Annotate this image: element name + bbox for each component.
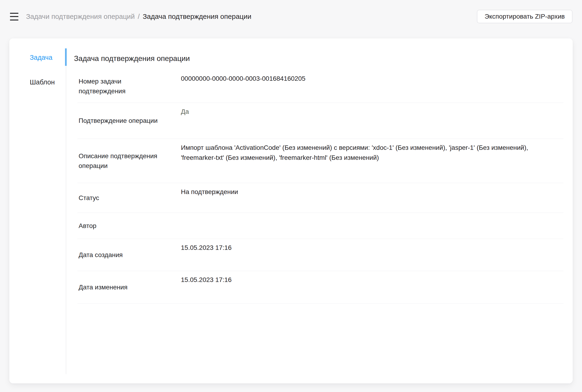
- field-value: 15.05.2023 17:16: [181, 239, 564, 271]
- tab-sidebar: Задача Шаблон: [9, 48, 66, 91]
- field-value: 15.05.2023 17:16: [181, 271, 564, 303]
- field-value: Да: [181, 103, 564, 139]
- field-value: Импорт шаблона 'ActivationCode' (Без изм…: [181, 139, 564, 183]
- hamburger-icon: [10, 16, 18, 17]
- field-row-task-number: Номер задачи подтверждения 00000000-0000…: [77, 70, 564, 103]
- task-card: Задача Шаблон Задача подтверждения опера…: [9, 38, 573, 384]
- field-row-confirmation: Подтверждение операции Да: [77, 103, 564, 139]
- field-label: Автор: [77, 221, 158, 231]
- field-row-created-date: Дата создания 15.05.2023 17:16: [77, 239, 564, 271]
- field-label: Номер задачи подтверждения: [77, 76, 158, 96]
- task-details-panel: Задача подтверждения операции Номер зада…: [74, 38, 564, 304]
- field-label: Дата изменения: [77, 282, 158, 292]
- field-label: Описание подтверждения операции: [77, 151, 158, 171]
- breadcrumb-current: Задача подтверждения операции: [143, 12, 251, 20]
- field-label: Подтверждение операции: [77, 116, 158, 126]
- menu-button[interactable]: [10, 13, 18, 20]
- field-value: [181, 213, 564, 239]
- field-value: 00000000-0000-0000-0003-001684160205: [181, 70, 564, 102]
- breadcrumb-separator: /: [138, 12, 139, 20]
- field-row-author: Автор: [77, 213, 564, 239]
- hamburger-icon: [10, 20, 18, 20]
- breadcrumb-parent[interactable]: Задачи подтверждения операций: [26, 12, 135, 20]
- sidebar-divider: [66, 48, 66, 374]
- field-row-description: Описание подтверждения операции Импорт ш…: [77, 139, 564, 183]
- tab-task[interactable]: Задача: [9, 48, 66, 66]
- field-list: Номер задачи подтверждения 00000000-0000…: [77, 70, 564, 304]
- export-zip-button[interactable]: Экспортировать ZIP-архив: [477, 10, 573, 23]
- field-label: Дата создания: [77, 250, 158, 260]
- field-label: Статус: [77, 193, 158, 203]
- top-bar: Задачи подтверждения операций / Задача п…: [10, 0, 573, 33]
- field-row-status: Статус На подтверждении: [77, 183, 564, 213]
- tab-template[interactable]: Шаблон: [9, 73, 66, 91]
- breadcrumb: Задачи подтверждения операций / Задача п…: [26, 12, 477, 20]
- field-value: На подтверждении: [181, 183, 564, 213]
- hamburger-icon: [10, 13, 18, 14]
- field-row-modified-date: Дата изменения 15.05.2023 17:16: [77, 271, 564, 304]
- panel-title: Задача подтверждения операции: [74, 38, 564, 64]
